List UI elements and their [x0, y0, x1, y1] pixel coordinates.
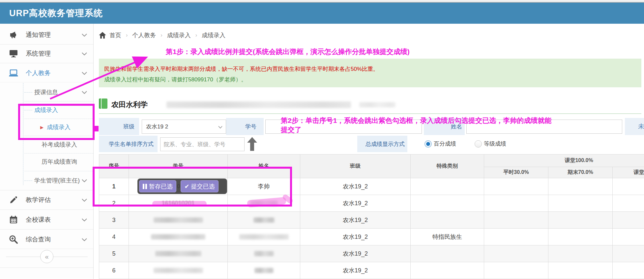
- seq-cell[interactable]: 5: [99, 245, 129, 262]
- sidebar-item-personal-edu[interactable]: 个人教务: [0, 64, 93, 82]
- sidebar-item-teaching-info[interactable]: 授课信息: [0, 88, 93, 97]
- check-icon: ✔: [184, 183, 189, 190]
- col-header-class[interactable]: 班级: [300, 154, 411, 178]
- submit-selected-button[interactable]: ✔ 提交已选: [181, 180, 218, 192]
- class-select[interactable]: 农水19 2: [142, 120, 226, 134]
- class-cell: 农水19_2: [300, 262, 411, 279]
- collapse-glyph: «: [45, 253, 48, 261]
- pencil-icon: [9, 195, 18, 205]
- col-header-course-group: 课堂100.0%: [484, 154, 644, 167]
- redacted-course-info: [359, 102, 395, 107]
- radio-grade-label: 等级成绩: [484, 140, 506, 148]
- regular-score-cell[interactable]: [484, 178, 548, 195]
- col-header-regular[interactable]: 平时30.0%: [484, 167, 548, 178]
- course-score-cell: [613, 195, 644, 212]
- col-header-name[interactable]: 姓名: [228, 154, 300, 178]
- class-cell: 农水19_2: [300, 245, 411, 262]
- col-header-seq[interactable]: 序号: [99, 154, 129, 178]
- table-row[interactable]: 3 农水19_2: [99, 212, 644, 229]
- name-cell: 李帅: [228, 178, 300, 195]
- class-cell: 农水19_2: [300, 229, 411, 245]
- hold-selected-button[interactable]: 暂存已选: [139, 180, 176, 192]
- course-score-cell: [613, 212, 644, 229]
- tree-guide-line: [23, 83, 23, 185]
- sidebar-item-label: 成绩录入: [47, 123, 71, 131]
- regular-score-cell[interactable]: [484, 195, 548, 212]
- final-score-cell[interactable]: [548, 195, 613, 212]
- breadcrumb-home[interactable]: 首页: [109, 31, 121, 39]
- col-header-course-score[interactable]: 课堂成绩: [613, 167, 644, 178]
- regular-score-cell[interactable]: [484, 245, 548, 262]
- divider: [0, 249, 93, 249]
- final-score-cell[interactable]: [548, 178, 613, 195]
- divider: [24, 136, 93, 136]
- pause-icon: [143, 184, 147, 189]
- sidebar-item-label: 授课信息: [34, 88, 58, 96]
- regular-score-cell[interactable]: [484, 262, 548, 279]
- breadcrumb-level2[interactable]: 成绩录入: [167, 31, 191, 39]
- sidebar-item-query[interactable]: 综合查询: [0, 230, 93, 249]
- sort-mode-input[interactable]: 院系、专业、班级、学号: [160, 137, 245, 151]
- regular-score-cell[interactable]: [484, 212, 548, 229]
- course-score-cell: [613, 178, 644, 195]
- course-title: 农田水利学: [111, 100, 148, 110]
- sidebar-item-student-mgmt[interactable]: 学生管理(班主任): [0, 176, 93, 185]
- seq-cell[interactable]: 4: [99, 229, 129, 245]
- radio-grade-score[interactable]: 等级成绩: [475, 140, 506, 148]
- submit-selected-label: 提交已选: [191, 182, 215, 190]
- table-row[interactable]: 6 农水19_2: [99, 262, 644, 279]
- megaphone-icon: [9, 30, 18, 40]
- sidebar-item-notice-mgmt[interactable]: 通知管理: [0, 26, 93, 44]
- chevron-down-icon: [218, 124, 222, 130]
- home-icon[interactable]: [99, 32, 106, 39]
- student-id-cell: [129, 229, 228, 245]
- sidebar-item-label: 成绩录入: [34, 106, 58, 114]
- class-filter-label: 班级: [99, 118, 139, 135]
- divider: [24, 101, 93, 101]
- class-cell: 农水19_2: [300, 195, 411, 212]
- search-plus-icon: [9, 235, 18, 244]
- name-cell: [228, 262, 300, 279]
- chevron-down-icon: [82, 32, 87, 38]
- table-row[interactable]: 4 农水19_2 特指民族生: [99, 229, 644, 245]
- col-header-final[interactable]: 期末70.0%: [548, 167, 613, 178]
- breadcrumb-level1[interactable]: 个人教务: [132, 31, 156, 39]
- sidebar-item-grade-entry[interactable]: 成绩录入: [0, 106, 93, 114]
- name-cell: [228, 212, 300, 229]
- sidebar-item-timetable[interactable]: 全校课表: [0, 210, 93, 229]
- divider: [24, 119, 93, 119]
- sidebar-collapse-button[interactable]: «: [40, 250, 53, 263]
- sort-up-arrow-icon[interactable]: [247, 137, 257, 152]
- divider: [24, 153, 93, 153]
- sidebar-item-makeup-entry[interactable]: 补考成绩录入: [0, 140, 93, 149]
- seq-cell[interactable]: 1: [99, 178, 129, 195]
- chevron-down-icon: [82, 217, 87, 223]
- sidebar-item-evaluation[interactable]: 教学评估: [0, 191, 93, 209]
- table-row[interactable]: 5 农水19_2: [99, 245, 644, 262]
- notice-line2: 成绩录入过程中如有疑问，请拨打58099170（罗老师）。: [104, 76, 636, 83]
- final-score-cell[interactable]: [548, 212, 613, 229]
- seq-cell[interactable]: 3: [99, 212, 129, 229]
- final-score-cell[interactable]: [548, 262, 613, 279]
- sidebar-item-system-mgmt[interactable]: 系统管理: [0, 44, 93, 63]
- regular-score-cell[interactable]: [484, 229, 548, 245]
- col-header-special[interactable]: 特殊类别: [411, 154, 484, 178]
- name-cell: [228, 229, 300, 245]
- final-score-cell[interactable]: [548, 229, 613, 245]
- row-action-popup: 暂存已选 0 ✔ 提交已选: [137, 179, 227, 194]
- breadcrumb-level3[interactable]: 成绩录入: [202, 31, 225, 39]
- divider: [0, 267, 93, 268]
- sidebar-item-grade-entry-leaf[interactable]: ▶ 成绩录入: [0, 123, 93, 131]
- final-score-cell[interactable]: [548, 245, 613, 262]
- seq-cell[interactable]: 2: [99, 195, 129, 212]
- special-cell: [411, 262, 484, 279]
- sidebar-item-label: 通知管理: [26, 31, 51, 39]
- seq-cell[interactable]: 6: [99, 262, 129, 279]
- col-header-student-id[interactable]: 学号: [129, 154, 228, 178]
- obscured-digit: 0: [176, 183, 181, 190]
- radio-percent-score[interactable]: 百分成绩: [424, 140, 456, 148]
- student-id-cell: [129, 212, 228, 229]
- sidebar-item-label: 综合查询: [26, 235, 51, 244]
- sidebar-item-history-query[interactable]: 历年成绩查询: [0, 157, 93, 166]
- notice-line1: 民族生和留学生需录入平时和期末两部分成绩，缺一不可，系统已内置民族生和留学生平时…: [104, 65, 636, 73]
